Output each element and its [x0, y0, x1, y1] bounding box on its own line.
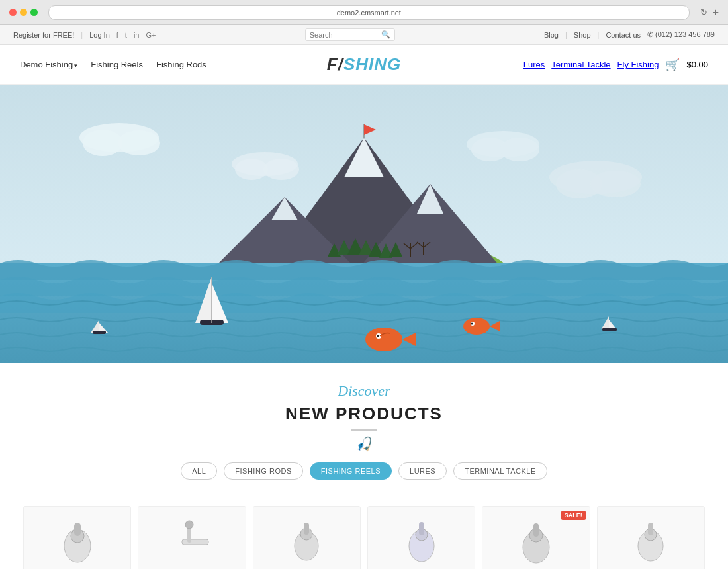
- svg-point-3: [118, 130, 160, 155]
- product-image: [631, 513, 670, 566]
- nav-fly-fishing[interactable]: Fly Fishing: [617, 60, 659, 69]
- twitter-icon[interactable]: t: [125, 31, 127, 39]
- filter-buttons: ALL FISHING RODS FISHING REELS LURES TER…: [0, 462, 728, 480]
- new-products-title: NEW PRODUCTS: [0, 404, 728, 424]
- browser-chrome: demo2.cmsmart.net ↻ +: [0, 0, 728, 25]
- svg-point-9: [590, 171, 641, 197]
- hero-illustration: [0, 85, 728, 363]
- nav: Demo Fishing▾ Fishing Reels Fishing Rods…: [0, 45, 728, 85]
- nav-lures[interactable]: Lures: [523, 60, 545, 69]
- product-card[interactable]: SALE!: [482, 506, 590, 569]
- linkedin-icon[interactable]: in: [134, 31, 140, 39]
- refresh-button[interactable]: ↻: [700, 7, 707, 17]
- search-box[interactable]: 🔍: [305, 28, 395, 41]
- filter-fishing-reels[interactable]: FISHING REELS: [310, 462, 392, 480]
- product-card[interactable]: [23, 506, 131, 569]
- product-strip: SALE!: [0, 506, 728, 569]
- svg-point-11: [235, 159, 268, 180]
- product-image: [58, 513, 97, 566]
- svg-point-47: [365, 328, 402, 351]
- fish-icon: 🎣: [0, 436, 728, 452]
- filter-fishing-rods[interactable]: FISHING RODS: [224, 462, 302, 480]
- top-bar-left: Register for FREE! | Log In f t in G+: [13, 31, 156, 39]
- svg-point-54: [471, 323, 473, 325]
- svg-point-50: [377, 335, 379, 337]
- window-controls: [9, 9, 38, 16]
- product-card[interactable]: [597, 506, 705, 569]
- blog-link[interactable]: Blog: [544, 31, 559, 39]
- product-card[interactable]: [138, 506, 246, 569]
- svg-rect-46: [602, 328, 617, 331]
- url-text: demo2.cmsmart.net: [337, 9, 401, 17]
- address-bar[interactable]: demo2.cmsmart.net: [48, 5, 690, 20]
- svg-rect-43: [93, 331, 106, 334]
- nav-terminal-tackle[interactable]: Terminal Tackle: [551, 60, 610, 69]
- close-button[interactable]: [9, 9, 17, 16]
- divider: [351, 429, 377, 431]
- search-input[interactable]: [310, 31, 376, 39]
- nav-fishing-reels[interactable]: Fishing Reels: [91, 60, 143, 69]
- new-tab-button[interactable]: +: [713, 7, 719, 19]
- filter-terminal-tackle[interactable]: TERMINAL TACKLE: [453, 462, 547, 480]
- filter-all[interactable]: ALL: [181, 462, 217, 480]
- svg-rect-57: [74, 523, 81, 536]
- phone-number: ✆ (012) 123 456 789: [647, 30, 715, 39]
- product-card[interactable]: [253, 506, 361, 569]
- nav-right-links: Lures Terminal Tackle Fly Fishing 🛒 $0.0…: [523, 58, 708, 72]
- svg-point-2: [83, 130, 122, 156]
- filter-lures[interactable]: LURES: [398, 462, 447, 480]
- top-bar-right: Blog | Shop | Contact us ✆ (012) 123 456…: [544, 30, 715, 39]
- contact-link[interactable]: Contact us: [606, 31, 641, 39]
- dropdown-arrow-icon: ▾: [74, 62, 77, 69]
- svg-point-6: [500, 138, 539, 161]
- nav-left-links: Demo Fishing▾ Fishing Reels Fishing Rods: [20, 60, 206, 69]
- register-link[interactable]: Register for FREE!: [13, 31, 74, 39]
- discover-section: Discover NEW PRODUCTS 🎣 ALL FISHING RODS…: [0, 363, 728, 506]
- product-image: [169, 513, 215, 566]
- minimize-button[interactable]: [20, 9, 27, 16]
- cart-icon[interactable]: 🛒: [665, 58, 680, 72]
- product-card[interactable]: [367, 506, 475, 569]
- svg-rect-66: [419, 522, 424, 535]
- hero-section: [0, 85, 728, 363]
- cart-price: $0.00: [686, 60, 708, 69]
- svg-point-60: [185, 521, 193, 529]
- nav-demo-fishing[interactable]: Demo Fishing▾: [20, 60, 77, 69]
- discover-heading: Discover: [0, 382, 728, 400]
- top-bar: Register for FREE! | Log In f t in G+ 🔍 …: [0, 25, 728, 45]
- login-link[interactable]: Log In: [89, 31, 110, 39]
- shop-link[interactable]: Shop: [574, 31, 591, 39]
- product-image: [402, 513, 441, 566]
- product-image: [516, 513, 556, 566]
- product-image: [287, 513, 326, 566]
- nav-fishing-rods[interactable]: Fishing Rods: [156, 60, 206, 69]
- maximize-button[interactable]: [30, 9, 38, 16]
- googleplus-icon[interactable]: G+: [146, 31, 156, 39]
- svg-rect-72: [648, 523, 653, 535]
- search-icon[interactable]: 🔍: [381, 30, 390, 39]
- svg-point-12: [263, 159, 299, 180]
- sale-badge: SALE!: [561, 511, 586, 520]
- facebook-icon[interactable]: f: [116, 31, 118, 39]
- site-logo[interactable]: F/SHING: [327, 54, 401, 75]
- svg-rect-69: [533, 523, 539, 537]
- svg-rect-63: [304, 523, 309, 535]
- svg-point-51: [463, 318, 490, 335]
- svg-rect-58: [182, 539, 208, 545]
